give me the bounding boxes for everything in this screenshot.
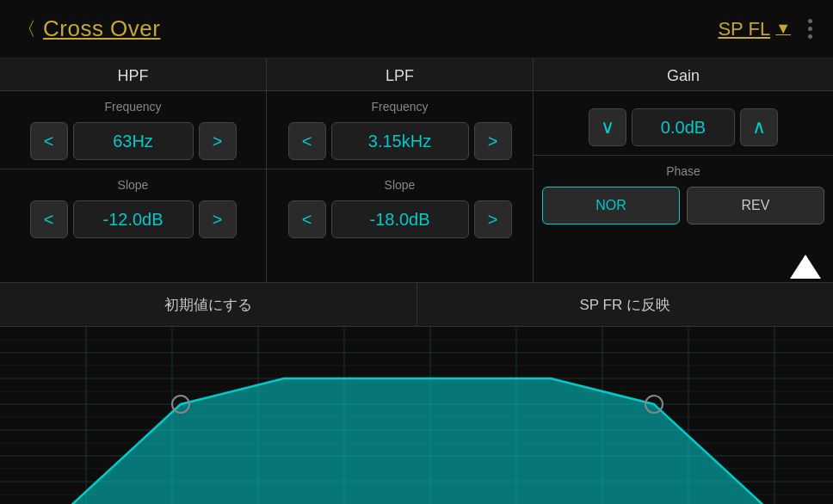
gain-value: 0.0dB: [632, 108, 735, 146]
phase-label: Phase: [534, 156, 833, 183]
gain-section-label: [534, 91, 833, 105]
lpf-frequency-increment[interactable]: >: [474, 122, 512, 160]
lpf-frequency-value: 3.15kHz: [331, 122, 469, 160]
lpf-section: LPF Frequency < 3.15kHz > Slope < -18.0d…: [267, 58, 534, 282]
reset-button[interactable]: 初期値にする: [0, 283, 417, 326]
phase-rev-button[interactable]: REV: [687, 187, 824, 224]
header-right: SP FL ▼: [718, 15, 816, 42]
triangle-up-button[interactable]: [790, 255, 821, 279]
dot-1: [808, 19, 812, 23]
lpf-slope-increment[interactable]: >: [474, 200, 512, 238]
sp-selector-label: SP FL: [718, 18, 770, 40]
dot-2: [808, 27, 812, 31]
header: 〈 Cross Over SP FL ▼: [0, 0, 833, 58]
sp-selector-button[interactable]: SP FL ▼: [718, 18, 791, 40]
lpf-slope-decrement[interactable]: <: [288, 200, 326, 238]
chart-area: [0, 327, 833, 504]
more-options-button[interactable]: [805, 15, 816, 42]
hpf-frequency-decrement[interactable]: <: [30, 122, 68, 160]
lpf-slope-control: < -18.0dB >: [267, 197, 533, 247]
controls-area: HPF Frequency < 63Hz > Slope < -12.0dB >…: [0, 58, 833, 282]
dot-3: [808, 34, 812, 39]
gain-increment[interactable]: ∧: [740, 108, 778, 146]
hpf-frequency-control: < 63Hz >: [0, 119, 266, 169]
hpf-slope-increment[interactable]: >: [199, 200, 237, 238]
gain-label: Gain: [534, 58, 833, 91]
reflect-button[interactable]: SP FR に反映: [417, 283, 834, 326]
hpf-frequency-value: 63Hz: [73, 122, 194, 160]
hpf-slope-label: Slope: [0, 169, 266, 197]
lpf-frequency-decrement[interactable]: <: [288, 122, 326, 160]
frequency-chart: [0, 327, 833, 504]
hpf-frequency-increment[interactable]: >: [199, 122, 237, 160]
action-row: 初期値にする SP FR に反映: [0, 282, 833, 327]
lpf-label: LPF: [267, 58, 533, 91]
hpf-slope-value: -12.0dB: [73, 200, 194, 238]
gain-control: ∨ 0.0dB ∧: [534, 105, 833, 155]
phase-nor-button[interactable]: NOR: [542, 187, 680, 224]
gain-phase-section: Gain ∨ 0.0dB ∧ Phase NOR REV: [534, 58, 833, 282]
phase-control: NOR REV: [534, 183, 833, 233]
hpf-section: HPF Frequency < 63Hz > Slope < -12.0dB >: [0, 58, 267, 282]
lpf-frequency-label: Frequency: [267, 91, 533, 119]
hpf-slope-decrement[interactable]: <: [30, 200, 68, 238]
back-icon[interactable]: 〈: [17, 16, 36, 42]
gain-decrement[interactable]: ∨: [589, 108, 626, 146]
header-left: 〈 Cross Over: [17, 15, 160, 42]
hpf-label: HPF: [0, 58, 266, 91]
hpf-frequency-label: Frequency: [0, 91, 266, 119]
lpf-frequency-control: < 3.15kHz >: [267, 119, 533, 169]
lpf-slope-value: -18.0dB: [331, 200, 469, 238]
lpf-slope-label: Slope: [267, 169, 533, 197]
hpf-slope-control: < -12.0dB >: [0, 197, 266, 247]
dropdown-arrow-icon: ▼: [775, 20, 791, 38]
page-title[interactable]: Cross Over: [43, 15, 160, 42]
